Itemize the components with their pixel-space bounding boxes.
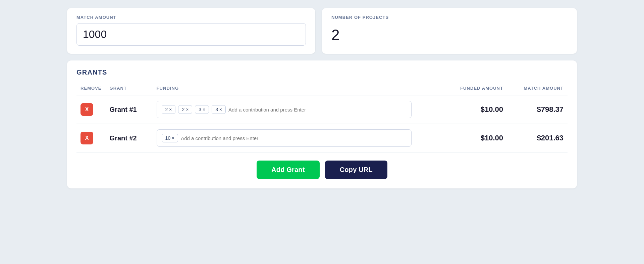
funded-amount-2: $10.00 [481,134,503,142]
match-amount-value-2: $201.63 [537,134,564,142]
contribution-tag-1-3[interactable]: 3 × [195,105,209,114]
funding-input-1[interactable] [228,107,407,113]
table-row: XGrant #210 ×$10.00$201.63 [76,124,568,152]
table-row: XGrant #12 ×2 ×3 ×3 ×$10.00$798.37 [76,95,568,124]
funding-field-2: 10 × [157,129,412,147]
col-header-match-amount: MATCH AMOUNT [507,83,568,95]
funded-amount-1: $10.00 [481,105,503,114]
contribution-tag-1-1[interactable]: 2 × [162,105,176,114]
contribution-tag-1-2[interactable]: 2 × [178,105,192,114]
table-header-row: REMOVE GRANT FUNDING FUNDED AMOUNT MATCH… [76,83,568,95]
remove-button-1[interactable]: X [80,103,93,116]
match-amount-label: MATCH AMOUNT [76,15,306,20]
match-amount-input[interactable] [76,23,306,46]
copy-url-button[interactable]: Copy URL [325,161,387,179]
contribution-tag-2-1[interactable]: 10 × [162,134,178,142]
page-wrapper: MATCH AMOUNT NUMBER OF PROJECTS 2 GRANTS… [67,8,577,188]
match-amount-value-1: $798.37 [537,105,564,114]
funding-field-1: 2 ×2 ×3 ×3 × [157,101,412,118]
col-header-funding: FUNDING [153,83,447,95]
match-amount-card: MATCH AMOUNT [67,8,315,54]
top-row: MATCH AMOUNT NUMBER OF PROJECTS 2 [67,8,577,54]
projects-value: 2 [331,23,568,43]
col-header-funded-amount: FUNDED AMOUNT [447,83,507,95]
contribution-tag-1-4[interactable]: 3 × [212,105,226,114]
grants-table: REMOVE GRANT FUNDING FUNDED AMOUNT MATCH… [76,83,568,152]
projects-card: NUMBER OF PROJECTS 2 [322,8,577,54]
add-grant-button[interactable]: Add Grant [257,161,320,179]
remove-button-2[interactable]: X [80,132,93,144]
grants-card: GRANTS REMOVE GRANT FUNDING FUNDED AMOUN… [67,60,577,188]
grants-title: GRANTS [76,69,568,76]
projects-label: NUMBER OF PROJECTS [331,15,568,20]
grant-name-2: Grant #2 [110,134,137,142]
grant-name-1: Grant #1 [110,106,137,113]
col-header-grant: GRANT [106,83,153,95]
funding-input-2[interactable] [181,135,406,141]
col-header-remove: REMOVE [76,83,106,95]
buttons-row: Add Grant Copy URL [76,152,568,179]
